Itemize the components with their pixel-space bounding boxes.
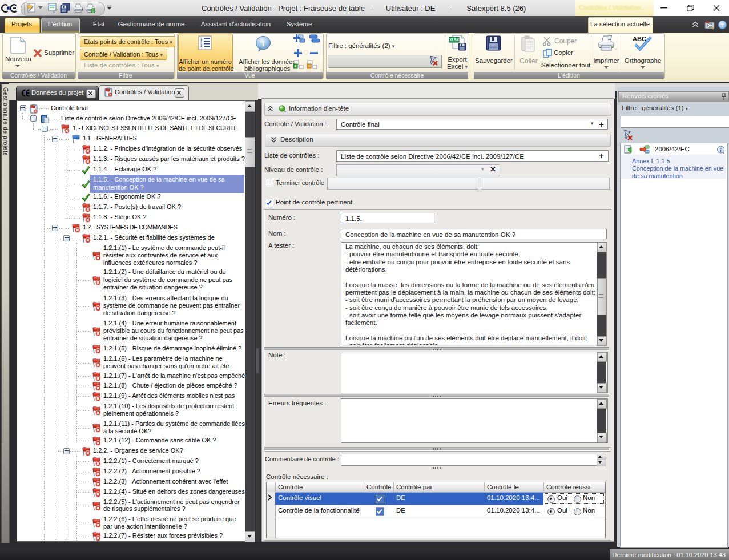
svg-text:ABC: ABC <box>633 35 646 42</box>
svg-text:XLSX: XLSX <box>449 38 460 42</box>
svg-text:?: ? <box>721 21 724 28</box>
